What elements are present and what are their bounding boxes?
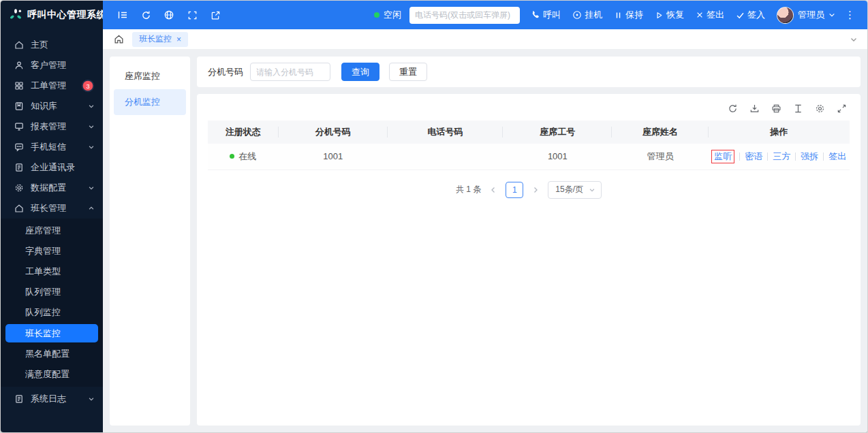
language-globe-icon[interactable]: [160, 6, 178, 24]
fullscreen-icon[interactable]: [183, 6, 201, 24]
extensions-table: 注册状态 分机号码 电话号码 座席工号 座席姓名 操作: [208, 121, 850, 170]
user-name: 管理员: [798, 9, 824, 21]
panel-item-agent-monitor[interactable]: 座席监控: [114, 63, 186, 89]
resume-button[interactable]: 恢复: [655, 9, 684, 21]
collapse-menu-icon[interactable]: [114, 6, 131, 24]
sidebar-item-workorders[interactable]: 工单管理 3: [1, 76, 103, 96]
grid-icon: [14, 81, 24, 91]
pagination-total: 共 1 条: [456, 184, 481, 195]
external-link-icon[interactable]: [206, 6, 224, 24]
next-page-icon[interactable]: [530, 186, 541, 194]
col-actions: 操作: [709, 121, 850, 144]
extension-search-input[interactable]: [250, 63, 330, 81]
submenu-item-workorder-types[interactable]: 工单类型: [1, 261, 103, 282]
chat-icon: [14, 142, 24, 152]
chevron-down-icon: [589, 187, 595, 193]
logo: 呼叫中心管理系统: [1, 1, 103, 29]
col-extension: 分机号码: [279, 121, 388, 144]
action-whisper-link[interactable]: 密语: [745, 150, 762, 163]
top-header: 呼叫中心管理系统: [1, 1, 867, 29]
fullscreen-table-icon[interactable]: [837, 103, 847, 114]
user-menu[interactable]: 管理员: [777, 7, 835, 24]
sidebar-item-sms[interactable]: 手机短信: [1, 137, 103, 157]
panel-item-extension-monitor[interactable]: 分机监控: [114, 89, 186, 115]
tab-label: 班长监控: [139, 33, 172, 45]
sidebar-item-contacts[interactable]: 企业通讯录: [1, 157, 103, 178]
tab-bar: 班长监控 ×: [103, 29, 867, 50]
tab-close-icon[interactable]: ×: [176, 35, 181, 44]
query-button[interactable]: 查询: [341, 63, 379, 81]
workorder-badge: 3: [82, 80, 94, 92]
action-sign-out-link[interactable]: 签出: [828, 150, 846, 163]
hangup-label: 挂机: [585, 9, 602, 21]
download-icon[interactable]: [749, 103, 760, 114]
submenu-item-queue-monitor[interactable]: 队列监控: [1, 302, 103, 323]
sidebar-item-reports[interactable]: 报表管理: [1, 116, 103, 137]
reset-button[interactable]: 重置: [389, 63, 427, 81]
table-toolbar: [208, 99, 850, 121]
cell-status: 在线: [208, 144, 279, 170]
gear-icon: [14, 183, 24, 193]
cell-actions: 监听 密语 三方 强拆 签出: [709, 144, 850, 170]
cell-agent-id: 1001: [503, 144, 612, 170]
status-dot-icon: [374, 12, 379, 18]
submenu-item-queue-mgmt[interactable]: 队列管理: [1, 282, 103, 302]
sidebar-item-home[interactable]: 主页: [1, 35, 103, 55]
home-tab-icon[interactable]: [114, 34, 124, 44]
prev-page-icon[interactable]: [488, 186, 499, 194]
tab-overflow-chevron-icon[interactable]: [850, 35, 858, 44]
cell-agent-name: 管理员: [612, 144, 708, 170]
hold-button[interactable]: 保持: [614, 9, 643, 21]
search-card: 分机号码 查询 重置: [197, 57, 861, 87]
chevron-down-icon: [88, 123, 95, 130]
chevron-down-icon: [88, 103, 95, 110]
submenu-item-dictionary[interactable]: 字典管理: [1, 241, 103, 261]
page-size-select[interactable]: 15条/页: [548, 181, 602, 199]
column-settings-icon[interactable]: [815, 103, 825, 114]
app-title: 呼叫中心管理系统: [27, 9, 106, 21]
call-button[interactable]: 呼叫: [531, 9, 561, 21]
tab-supervisor-monitor[interactable]: 班长监控 ×: [132, 32, 188, 47]
sign-in-button[interactable]: 签入: [736, 9, 765, 21]
row-height-icon[interactable]: [793, 103, 803, 114]
col-agent-id: 座席工号: [503, 121, 612, 144]
page-number-button[interactable]: 1: [506, 182, 523, 198]
chevron-down-icon: [88, 185, 95, 191]
chevron-down-icon: [828, 12, 835, 18]
print-icon[interactable]: [771, 103, 781, 114]
action-threeway-link[interactable]: 三方: [773, 150, 790, 163]
monitor-type-panel: 座席监控 分机监控: [110, 57, 190, 426]
call-label: 呼叫: [543, 9, 561, 21]
document-icon: [14, 163, 24, 172]
action-monitor-link[interactable]: 监听: [711, 150, 734, 163]
refresh-icon[interactable]: [728, 103, 738, 114]
submenu-item-blacklist[interactable]: 黑名单配置: [1, 344, 103, 364]
sidebar-item-supervisor[interactable]: 班长管理: [1, 198, 103, 219]
sidebar-item-knowledgebase[interactable]: 知识库: [1, 96, 103, 116]
sidebar-item-syslogs[interactable]: 系统日志: [1, 389, 103, 409]
phone-number-input[interactable]: [409, 7, 520, 24]
submenu-item-satisfaction[interactable]: 满意度配置: [1, 364, 103, 385]
action-force-disconnect-link[interactable]: 强拆: [801, 150, 818, 163]
app-window: 呼叫中心管理系统: [0, 0, 868, 433]
hold-label: 保持: [625, 9, 643, 21]
table-row: 在线 1001 1001 管理员 监听: [208, 144, 850, 170]
home-icon: [14, 204, 24, 213]
sign-out-button[interactable]: 签出: [696, 9, 724, 21]
hangup-button[interactable]: 挂机: [572, 9, 602, 21]
document-icon: [14, 394, 24, 404]
person-icon: [14, 61, 24, 70]
refresh-icon[interactable]: [137, 6, 155, 24]
col-phone: 电话号码: [388, 121, 503, 144]
sidebar-item-customers[interactable]: 客户管理: [1, 55, 103, 76]
chevron-up-icon: [88, 205, 95, 212]
submenu-item-supervisor-monitor[interactable]: 班长监控: [5, 324, 98, 342]
more-options-icon[interactable]: ⋮: [842, 9, 858, 21]
sign-in-label: 签入: [747, 9, 765, 21]
agent-status: 空闲: [374, 9, 401, 21]
col-agent-name: 座席姓名: [612, 121, 708, 144]
extension-search-label: 分机号码: [208, 66, 243, 78]
submenu-item-agent-mgmt[interactable]: 座席管理: [1, 221, 103, 241]
sidebar-item-dataconfig[interactable]: 数据配置: [1, 178, 103, 198]
page-content: 座席监控 分机监控 分机号码 查询 重置: [103, 50, 867, 432]
